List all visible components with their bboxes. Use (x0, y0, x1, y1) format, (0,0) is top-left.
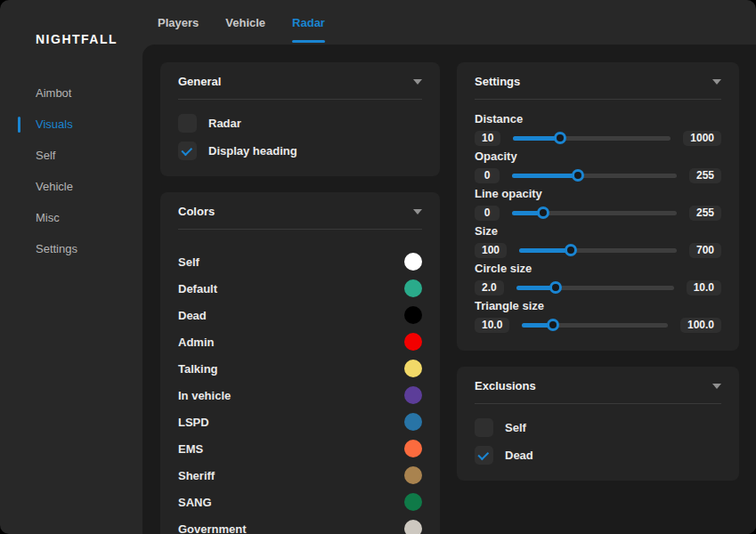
color-swatch[interactable] (404, 493, 422, 511)
settings-panel: Settings Distance 10 (457, 62, 739, 351)
color-swatch[interactable] (404, 333, 422, 351)
tab-label: Vehicle (225, 16, 265, 29)
slider-label: Line opacity (475, 187, 721, 200)
slider-track[interactable] (513, 136, 671, 141)
checkbox-row[interactable]: Self (475, 418, 721, 437)
slider-track[interactable] (512, 174, 677, 178)
app-title: NIGHTFALL (36, 32, 118, 46)
exclusions-panel-header[interactable]: Exclusions (475, 367, 721, 404)
slider-row: 10 1000 (475, 131, 721, 145)
sidebar-item-label: Vehicle (36, 180, 73, 193)
tab[interactable]: Players (158, 0, 199, 44)
left-column: General Radar Display heading (160, 62, 440, 534)
checkbox[interactable] (178, 142, 197, 160)
sidebar: NIGHTFALL Aimbot Visuals Self Vehicle (0, 0, 142, 534)
exclusions-checkbox-list: Self Dead (475, 404, 721, 481)
tab-label: Radar (292, 16, 325, 29)
slider-row: 0 255 (475, 168, 721, 182)
slider-min-value: 10.0 (475, 318, 509, 333)
tab[interactable]: Radar (292, 0, 325, 44)
slider-min-value: 2.0 (475, 280, 504, 295)
color-row: Government (178, 515, 422, 534)
color-swatch[interactable] (404, 413, 422, 431)
right-column: Settings Distance 10 (457, 62, 739, 481)
color-swatch[interactable] (404, 386, 422, 404)
slider-track[interactable] (512, 211, 677, 215)
slider-track[interactable] (519, 248, 677, 253)
slider-handle[interactable] (537, 206, 549, 219)
color-label: SANG (178, 496, 212, 509)
tab-bar: Players Vehicle Radar (142, 0, 756, 44)
color-row: Sheriff (178, 462, 422, 489)
sidebar-item[interactable]: Misc (0, 202, 142, 233)
collapse-arrow-icon[interactable] (413, 209, 422, 214)
panel-title: Colors (178, 205, 215, 218)
sidebar-item[interactable]: Vehicle (0, 171, 142, 202)
color-label: Default (178, 282, 217, 295)
collapse-arrow-icon[interactable] (712, 79, 721, 85)
color-label: Admin (178, 336, 214, 349)
checkbox-row[interactable]: Display heading (178, 142, 422, 160)
check-icon (181, 144, 192, 156)
slider-max-value: 700 (689, 243, 721, 258)
slider-fill (512, 211, 543, 215)
tab[interactable]: Vehicle (225, 0, 265, 44)
sidebar-item[interactable]: Settings (0, 233, 142, 264)
slider-handle[interactable] (554, 132, 566, 144)
checkbox-row[interactable]: Radar (178, 114, 422, 133)
slider-min-value: 0 (475, 168, 500, 183)
slider-handle[interactable] (565, 244, 577, 256)
sidebar-item[interactable]: Visuals (0, 109, 142, 140)
slider-label: Circle size (475, 262, 721, 275)
sidebar-item-label: Self (36, 149, 55, 162)
collapse-arrow-icon[interactable] (413, 79, 422, 85)
color-swatch[interactable] (404, 360, 422, 377)
collapse-arrow-icon[interactable] (712, 384, 721, 389)
color-row: Self (178, 248, 422, 275)
color-row: EMS (178, 435, 422, 462)
general-checkbox-list: Radar Display heading (178, 100, 422, 176)
slider-track[interactable] (516, 286, 674, 290)
slider-handle[interactable] (549, 281, 562, 294)
colors-panel-header[interactable]: Colors (178, 192, 422, 230)
slider-fill (519, 248, 571, 253)
color-swatch[interactable] (404, 466, 422, 484)
color-list: Self Default Dead (178, 230, 422, 534)
general-panel-header[interactable]: General (178, 62, 422, 100)
slider-fill (516, 286, 556, 290)
sidebar-item[interactable]: Self (0, 140, 142, 171)
checkbox[interactable] (475, 446, 493, 465)
slider-label: Size (475, 224, 721, 238)
color-swatch[interactable] (404, 306, 422, 324)
checkbox-row[interactable]: Dead (475, 446, 721, 465)
color-row: SANG (178, 489, 422, 515)
slider-max-value: 1000 (683, 131, 721, 146)
color-swatch[interactable] (404, 279, 422, 297)
slider-label: Triangle size (475, 299, 721, 312)
slider-row: 10.0 100.0 (475, 318, 721, 332)
color-row: Dead (178, 302, 422, 328)
slider-row: 2.0 10.0 (475, 280, 721, 295)
slider-handle[interactable] (572, 169, 584, 182)
settings-panel-header[interactable]: Settings (475, 62, 721, 100)
checkbox[interactable] (178, 114, 197, 133)
slider-group: Distance 10 1000 (475, 112, 721, 145)
slider-track[interactable] (522, 323, 668, 328)
color-row: In vehicle (178, 382, 422, 409)
slider-handle[interactable] (547, 319, 559, 331)
color-swatch[interactable] (404, 253, 422, 271)
slider-fill (512, 174, 578, 178)
checkbox[interactable] (475, 418, 493, 437)
slider-row: 0 255 (475, 206, 721, 220)
color-swatch[interactable] (404, 440, 422, 457)
color-label: In vehicle (178, 389, 231, 402)
color-label: Dead (178, 309, 207, 322)
sidebar-item-label: Aimbot (36, 86, 71, 100)
checkbox-label: Dead (505, 449, 533, 462)
checkbox-label: Self (505, 421, 526, 434)
sidebar-item-label: Settings (36, 242, 77, 255)
panel-title: General (178, 75, 221, 88)
sidebar-item[interactable]: Aimbot (0, 77, 142, 109)
color-swatch[interactable] (404, 520, 422, 534)
color-label: Sheriff (178, 469, 215, 482)
